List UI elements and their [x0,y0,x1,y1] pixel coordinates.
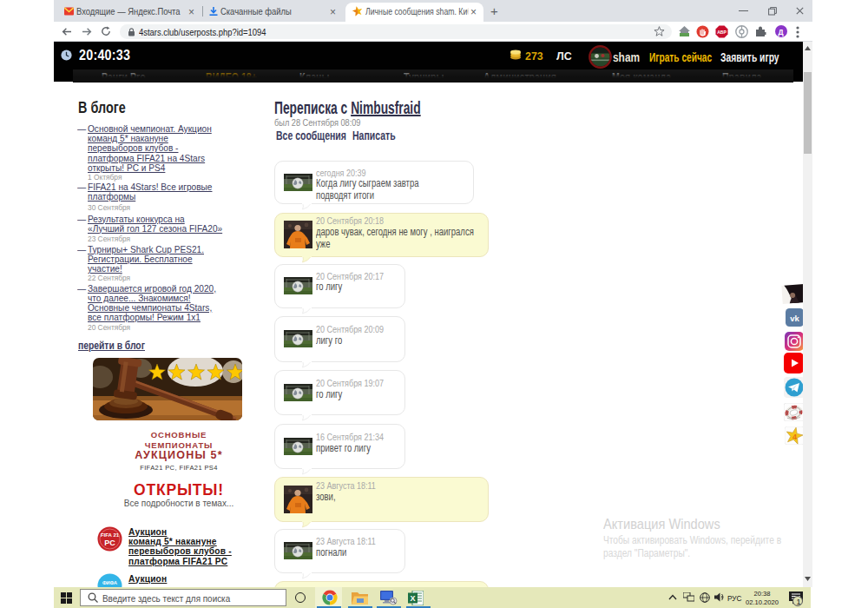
svg-text:FIFA 21: FIFA 21 [101,532,120,538]
svg-text:ФИФА: ФИФА [102,580,117,585]
svg-text:ABP: ABP [717,30,727,35]
svg-text:X: X [410,594,415,603]
svg-text:PC: PC [104,539,115,547]
svg-text:4: 4 [792,433,797,441]
svg-text:vk: vk [790,314,799,323]
